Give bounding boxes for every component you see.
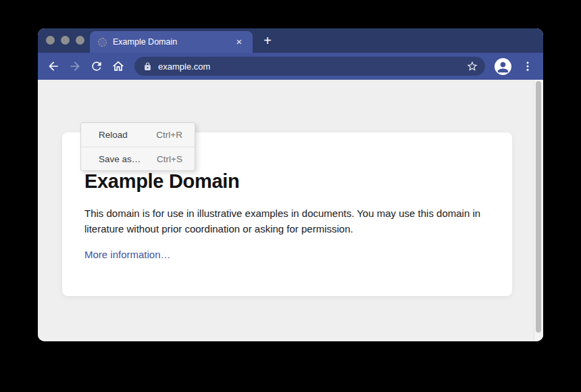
- more-information-link[interactable]: More information…: [84, 249, 171, 260]
- tab-close-icon[interactable]: ×: [234, 36, 245, 47]
- desktop-background: Example Domain × + example.: [0, 0, 581, 392]
- window-zoom-button[interactable]: [76, 36, 84, 45]
- scrollbar-thumb[interactable]: [536, 81, 541, 333]
- page-paragraph: This domain is for use in illustrative e…: [84, 205, 484, 237]
- url-text[interactable]: example.com: [158, 62, 466, 72]
- lock-icon: [143, 62, 152, 71]
- browser-toolbar: example.com: [38, 53, 543, 80]
- window-minimize-button[interactable]: [61, 36, 70, 45]
- profile-avatar-icon[interactable]: [495, 58, 511, 75]
- window-close-button[interactable]: [46, 36, 55, 45]
- menu-item-shortcut: Ctrl+R: [156, 130, 182, 140]
- tab-example-domain[interactable]: Example Domain ×: [90, 31, 253, 53]
- home-icon[interactable]: [111, 59, 125, 73]
- menu-item-label: Save as…: [99, 154, 141, 164]
- new-tab-button[interactable]: +: [259, 33, 276, 49]
- tab-title: Example Domain: [113, 37, 234, 47]
- bookmark-star-icon[interactable]: [466, 60, 478, 72]
- browser-menu-icon[interactable]: [522, 60, 534, 72]
- page-scrollbar[interactable]: [534, 80, 543, 341]
- page-viewport: Example Domain This domain is for use in…: [38, 80, 543, 341]
- back-icon[interactable]: [47, 59, 60, 73]
- context-menu-item-save-as[interactable]: Save as… Ctrl+S: [81, 147, 195, 170]
- globe-favicon-icon: [98, 38, 107, 47]
- browser-window: Example Domain × + example.: [38, 28, 543, 341]
- address-bar[interactable]: example.com: [134, 57, 485, 76]
- page-title: Example Domain: [84, 170, 488, 193]
- forward-icon[interactable]: [68, 59, 82, 73]
- menu-item-shortcut: Ctrl+S: [157, 154, 182, 164]
- menu-item-label: Reload: [99, 130, 128, 140]
- reload-icon[interactable]: [90, 59, 103, 73]
- window-controls: [46, 36, 84, 45]
- tab-strip: Example Domain × +: [38, 28, 543, 53]
- context-menu: Reload Ctrl+R Save as… Ctrl+S: [80, 122, 195, 171]
- context-menu-item-reload[interactable]: Reload Ctrl+R: [81, 123, 195, 147]
